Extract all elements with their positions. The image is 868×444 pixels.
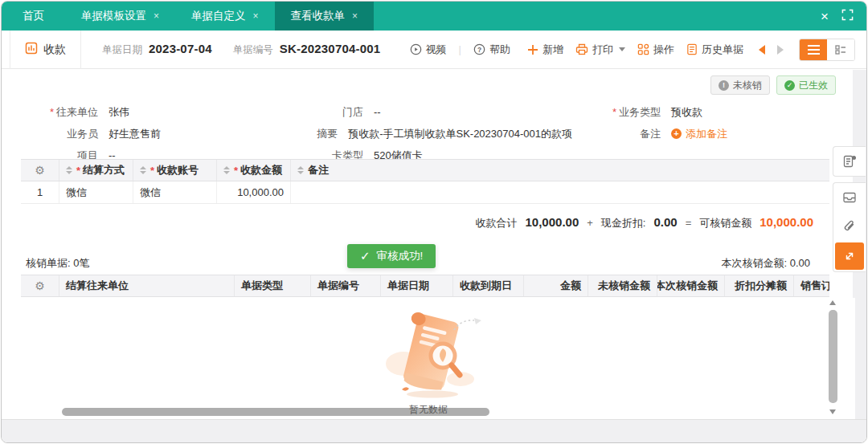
fullscreen-icon[interactable] [841,9,854,23]
sort-icon[interactable] [223,166,230,174]
doc-date-field: 单据日期 2023-07-04 [102,42,212,57]
view-toggle [799,39,855,61]
no-data-label: 暂无数据 [2,403,855,417]
exclamation-icon: ! [719,80,729,91]
tab-close-icon[interactable]: × [253,10,259,22]
col-discount-share[interactable]: 折扣分摊额 [725,275,794,296]
status-badge-unverified: ! 未核销 [710,75,770,95]
cell-note [291,181,829,203]
empty-illustration [379,304,484,411]
tab-template-settings[interactable]: 单据模板设置 × [65,2,175,31]
field-partner-value: 张伟 [108,105,129,120]
column-settings-icon[interactable]: ⚙ [21,275,59,296]
settlement-table-header: ⚙ *结算方式 *收款账号 *收款金额 备注 [21,159,829,181]
cell-receipt-account: 微信 [133,181,217,203]
field-remark-label: 备注 [587,127,661,141]
discount-label: 现金折扣: [601,216,646,230]
history-button[interactable]: 历史单据 [686,43,743,57]
sort-icon[interactable] [66,166,72,174]
note-doc-button[interactable] [833,146,866,177]
col-note[interactable]: 备注 [291,160,829,181]
doc-date-label: 单据日期 [102,43,142,57]
col-doc-date[interactable]: 单据日期 [381,275,453,296]
verify-docs-count: 核销单据: 0笔 [26,256,89,271]
print-label: 打印 [592,43,613,57]
doc-date-value: 2023-07-04 [149,42,212,55]
tab-label: 单据自定义 [191,9,246,23]
action-button[interactable]: 操作 [637,43,674,57]
next-doc-icon[interactable] [777,45,784,55]
scrollbar-thumb[interactable] [829,310,837,403]
field-partner: *往来单位 张伟 [26,105,315,120]
tab-close-icon[interactable]: × [154,10,159,22]
col-settle-method[interactable]: *结算方式 [59,160,133,181]
check-icon: ✓ [784,80,795,91]
attachment-button[interactable] [833,212,866,241]
field-salesman-value: 好生意售前 [108,127,161,141]
empty-state: 暂无数据 [2,298,855,419]
col-sales-order[interactable]: 销售订单 [794,275,829,296]
total-value: 10,000.00 [526,215,579,229]
scroll-up-icon[interactable] [829,300,836,305]
voucher-form: *往来单位 张伟 门店 -- *业务类型 预收款 业务员 好生意售前 摘要 预收… [26,101,860,166]
col-due-date[interactable]: 收款到期日 [453,275,524,296]
status-effective-label: 已生效 [799,79,828,92]
settlement-table: ⚙ *结算方式 *收款账号 *收款金额 备注 1 微信 微信 10,000.00 [21,159,829,204]
sort-icon[interactable] [140,166,146,174]
tab-doc-customize[interactable]: 单据自定义 × [175,2,275,31]
cell-settle-method: 微信 [59,181,133,203]
verify-table-header: ⚙ 结算往来单位 单据类型 单据编号 单据日期 收款到期日 金额 未核销金额 本… [21,275,829,297]
success-toast: ✓ 审核成功! [347,244,436,268]
video-label: 视频 [426,43,447,57]
action-label: 操作 [653,43,674,57]
verify-table: ⚙ 结算往来单位 单据类型 单据编号 单据日期 收款到期日 金额 未核销金额 本… [21,275,829,297]
col-unverified-amount[interactable]: 未核销金额 [588,275,657,296]
col-doc-number[interactable]: 单据编号 [311,275,381,296]
col-current-verify-amount[interactable]: 本次核销金额 [657,275,725,296]
available-value: 10,000.00 [760,215,813,229]
receipt-voucher-window: 首页 单据模板设置 × 单据自定义 × 查看收款单 × × [1,1,867,443]
status-unverified-label: 未核销 [733,79,762,92]
field-summary-label: 摘要 [315,127,338,141]
add-button[interactable]: 新增 [527,43,563,57]
tab-home[interactable]: 首页 [2,2,65,31]
print-button[interactable]: 打印 [575,43,625,57]
col-receipt-amount[interactable]: *收款金额 [217,160,291,181]
col-receipt-account[interactable]: *收款账号 [133,160,217,181]
inbox-button[interactable] [833,183,866,212]
tab-view-receipt[interactable]: 查看收款单 × [275,2,375,31]
table-row[interactable]: 1 微信 微信 10,000.00 [21,181,829,204]
svg-text:?: ? [477,46,481,54]
field-summary: 摘要 预收款-手工填制收款单SK-20230704-001的款项 [315,127,572,141]
col-doc-type[interactable]: 单据类型 [235,275,311,296]
add-remark-link[interactable]: + 添加备注 [671,127,727,141]
chevron-down-icon [619,47,625,51]
tab-close-icon[interactable]: × [352,10,358,22]
help-button[interactable]: ? 帮助 [473,43,510,57]
list-view-button[interactable] [800,39,827,60]
expand-button[interactable] [835,242,864,270]
column-settings-icon[interactable]: ⚙ [21,160,59,181]
add-label: 新增 [542,43,563,57]
status-badge-effective: ✓ 已生效 [776,75,836,95]
card-view-button[interactable] [827,39,854,60]
tab-label: 单据模板设置 [81,9,146,23]
video-button[interactable]: 视频 [410,43,447,57]
total-label: 收款合计 [476,216,518,230]
prev-doc-icon[interactable] [759,45,765,55]
col-amount[interactable]: 金额 [524,275,588,296]
field-biztype-value: 预收款 [671,105,702,120]
document-toolbar: 收款 单据日期 2023-07-04 单据编号 SK-20230704-001 … [2,31,866,69]
close-icon[interactable]: × [821,10,829,23]
doc-number-field: 单据编号 SK-20230704-001 [233,42,381,57]
footer-bar [2,419,866,443]
vertical-scrollbar[interactable] [828,299,838,419]
tab-receipt-doc[interactable]: 收款 [10,31,81,69]
side-tool-panel [833,146,866,272]
plus-circle-icon: + [671,128,682,139]
field-biztype-label: *业务类型 [572,105,661,120]
tab-home-label: 首页 [23,9,44,23]
col-settle-partner[interactable]: 结算往来单位 [59,275,235,296]
sort-icon[interactable] [297,166,304,174]
plus-sign: + [587,217,593,229]
